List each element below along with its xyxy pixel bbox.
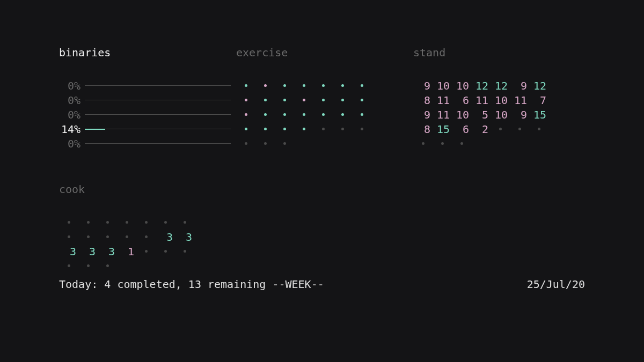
status-completed-count: 4	[104, 278, 111, 291]
grid-value: 9	[413, 79, 433, 92]
grid-value: 10	[491, 94, 510, 107]
dot-icon	[283, 128, 286, 130]
dot-icon	[87, 264, 90, 267]
dot-icon	[245, 128, 247, 130]
dot-icon	[106, 221, 109, 224]
binaries-row: 0%	[59, 107, 231, 122]
dot-icon	[126, 221, 128, 224]
dot-icon	[245, 113, 247, 116]
dot-icon	[184, 221, 186, 224]
binaries-rows: 0%0%0%14%0%	[59, 78, 231, 151]
section-stand: stand 9101012129128116111011791110510915…	[413, 46, 585, 151]
binaries-pct: 0%	[59, 108, 80, 121]
section-title-exercise: exercise	[236, 46, 408, 59]
binaries-pct: 0%	[59, 94, 80, 107]
dot-icon	[518, 128, 521, 130]
binaries-row: 0%	[59, 93, 231, 107]
status-remaining-word: remaining	[201, 278, 272, 291]
dot-icon	[322, 113, 325, 116]
grid-value: 7	[529, 94, 548, 107]
grid-value: 11	[433, 94, 452, 107]
dot-icon	[106, 235, 109, 238]
binaries-row: 0%	[59, 136, 231, 151]
grid-value: 3	[98, 245, 117, 258]
dot-icon	[361, 99, 363, 101]
binaries-bar	[85, 85, 231, 86]
binaries-pct: 0%	[59, 79, 80, 92]
dot-icon	[264, 128, 267, 130]
dot-icon	[68, 221, 70, 224]
section-exercise: exercise	[236, 46, 408, 151]
dot-icon	[303, 128, 305, 130]
grid-value: 6	[452, 123, 471, 136]
dot-icon	[145, 250, 148, 253]
section-title-stand: stand	[413, 46, 585, 59]
dot-icon	[245, 84, 247, 87]
dot-icon	[87, 221, 90, 224]
dot-icon	[245, 142, 247, 145]
dot-icon	[283, 142, 286, 145]
dot-icon	[499, 128, 502, 130]
cook-grid: 333331	[59, 215, 231, 273]
grid-value: 10	[433, 79, 452, 92]
binaries-row: 0%	[59, 78, 231, 93]
grid-value: 11	[510, 94, 529, 107]
grid-value: 9	[510, 79, 529, 92]
dot-icon	[68, 264, 70, 267]
grid-value: 6	[452, 94, 471, 107]
dot-icon	[538, 128, 540, 130]
section-title-cook: cook	[59, 183, 231, 196]
section-title-binaries: binaries	[59, 46, 231, 59]
status-mode: --WEEK--	[272, 278, 324, 291]
dot-icon	[126, 235, 128, 238]
dot-icon	[322, 99, 325, 101]
status-left: Today: 4 completed, 13 remaining --WEEK-…	[59, 278, 324, 291]
grid-value: 8	[413, 123, 433, 136]
status-completed-word: completed,	[111, 278, 188, 291]
dot-icon	[460, 142, 463, 145]
stand-grid: 910101212912811611101179111051091581562	[413, 78, 585, 151]
binaries-bar	[85, 143, 231, 144]
dot-icon	[164, 221, 167, 224]
dot-icon	[184, 250, 186, 253]
dot-icon	[303, 84, 305, 87]
grid-value: 15	[529, 108, 548, 121]
dot-icon	[145, 235, 148, 238]
status-today-prefix: Today:	[59, 278, 104, 291]
dot-icon	[322, 128, 325, 130]
grid-value: 12	[471, 79, 491, 92]
grid-value: 2	[471, 123, 491, 136]
dot-icon	[283, 84, 286, 87]
grid-value: 10	[452, 79, 471, 92]
grid-value: 15	[433, 123, 452, 136]
dot-icon	[164, 250, 167, 253]
dot-icon	[87, 235, 90, 238]
binaries-bar	[85, 114, 231, 115]
grid-value: 8	[413, 94, 433, 107]
dot-icon	[283, 99, 286, 101]
status-remaining-count: 13	[188, 278, 201, 291]
grid-value: 3	[156, 231, 175, 243]
status-date: 25/Jul/20	[527, 278, 585, 291]
dot-icon	[361, 84, 363, 87]
section-binaries: binaries 0%0%0%14%0%	[59, 46, 231, 151]
grid-value: 12	[529, 79, 548, 92]
binaries-bar	[85, 129, 231, 129]
grid-value: 1	[117, 245, 136, 258]
section-cook: cook 333331	[59, 183, 231, 273]
status-bar: Today: 4 completed, 13 remaining --WEEK-…	[59, 278, 585, 291]
grid-value: 9	[413, 108, 433, 121]
grid-value: 12	[491, 79, 510, 92]
dot-icon	[361, 113, 363, 116]
dot-icon	[341, 84, 344, 87]
binaries-bar-fill	[85, 129, 105, 130]
dot-icon	[264, 113, 267, 116]
dot-icon	[303, 113, 305, 116]
grid-value: 3	[78, 245, 98, 258]
dot-icon	[341, 128, 344, 130]
dot-icon	[264, 84, 267, 87]
grid-value: 3	[59, 245, 78, 258]
dot-icon	[245, 99, 247, 101]
binaries-pct: 0%	[59, 137, 80, 150]
dot-icon	[145, 221, 148, 224]
